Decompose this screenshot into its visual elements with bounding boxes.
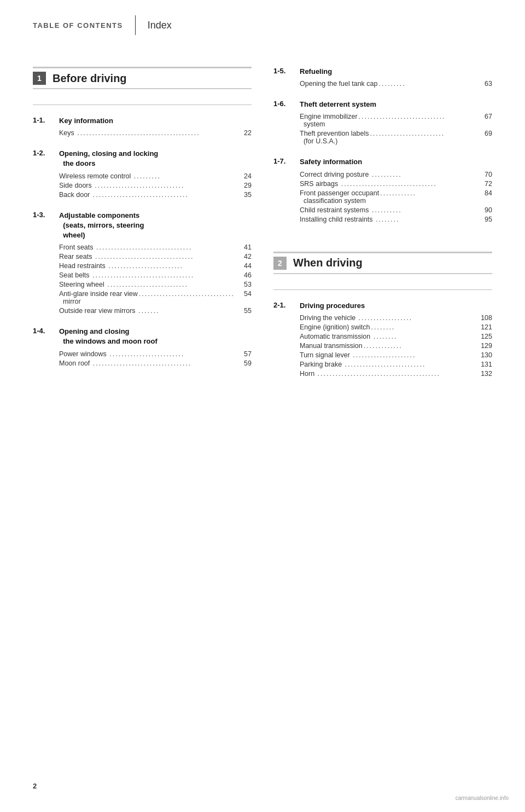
toc-label: TABLE OF CONTENTS (33, 21, 123, 30)
entry-page-horn: 132 (477, 370, 492, 378)
entries-1-6: Engine immobilizer system ..............… (273, 113, 492, 145)
entry-driving-posture: Correct driving posture .......... 70 (300, 171, 492, 178)
entry-label-driving-vehicle: Driving the vehicle (300, 314, 358, 322)
entries-1-1: Keys ...................................… (33, 129, 252, 137)
entry-page-power-windows: 57 (236, 350, 252, 358)
entry-label-back-door: Back door (59, 191, 92, 199)
entries-1-3: Front seats ............................… (33, 243, 252, 315)
section2-title: When driving (293, 257, 363, 269)
entry-label-immobilizer: Engine immobilizer system (300, 113, 358, 128)
entry-child-restraint: Child restraint systems .......... 90 (300, 206, 492, 214)
entry-dots-srs-airbags: ................................ (341, 180, 476, 188)
entry-wireless: Wireless remote control ......... 24 (59, 172, 252, 180)
section2-number: 2 (273, 257, 287, 270)
subsection-1-4: 1-4. Opening and closing the windows and… (33, 327, 252, 367)
sub-num-1-1: 1-1. (33, 116, 59, 124)
sub-title-2-1: Driving procedures (300, 301, 365, 311)
entry-label-anti-glare: Anti-glare inside rear view mirror (59, 290, 138, 305)
sub-num-1-4: 1-4. (33, 327, 59, 335)
entry-page-side-doors: 29 (236, 182, 252, 189)
entries-1-5: Opening the fuel tank cap ......... 63 (273, 80, 492, 88)
entry-label-front-passenger: Front passenger occupant classification … (300, 189, 379, 205)
entry-dots-side-doors: .............................. (95, 182, 235, 189)
entry-dots-immobilizer: ............................. (359, 113, 476, 120)
entry-label-auto-transmission: Automatic transmission (300, 333, 372, 340)
entry-dots-wireless: ......... (134, 172, 235, 180)
entry-dots-installing-restraints: ........ (376, 216, 476, 223)
entry-label-fuel-cap: Opening the fuel tank cap (300, 80, 377, 88)
entry-page-outside-mirrors: 55 (236, 307, 252, 315)
entries-1-4: Power windows ......................... … (33, 350, 252, 367)
sub-num-1-6: 1-6. (273, 100, 300, 108)
entry-ignition-switch: Engine (ignition) switch ........ 121 (300, 323, 492, 331)
entry-dots-turn-signal: ..................... (353, 351, 476, 359)
sub-title-1-6: Theft deterrent system (300, 100, 376, 109)
entry-dots-power-windows: ......................... (109, 350, 235, 358)
entry-dots-driving-vehicle: .................. (359, 314, 476, 322)
page-container: TABLE OF CONTENTS Index 1 Before driving… (0, 0, 525, 812)
entry-page-installing-restraints: 95 (477, 216, 492, 223)
entry-label-horn: Horn (300, 370, 317, 378)
entry-page-anti-glare: 54 (236, 290, 252, 298)
entry-label-front-seats: Front seats (59, 243, 95, 251)
entry-head-restraints: Head restraints ........................… (59, 262, 252, 270)
entry-rear-seats: Rear seats .............................… (59, 253, 252, 260)
entry-page-wireless: 24 (236, 172, 252, 180)
entry-label-outside-mirrors: Outside rear view mirrors (59, 307, 137, 315)
entry-page-child-restraint: 90 (477, 206, 492, 214)
sub-num-2-1: 2-1. (273, 301, 300, 309)
left-column: 1 Before driving 1-1. Key information Ke… (33, 61, 252, 390)
entry-dots-manual-transmission: ............. (364, 342, 476, 350)
entry-label-ignition-switch: Engine (ignition) switch (300, 323, 370, 331)
sub-num-1-2: 1-2. (33, 149, 59, 157)
entry-label-installing-restraints: Installing child restraints (300, 216, 375, 223)
sub-num-1-3: 1-3. (33, 211, 59, 219)
entry-page-parking-brake: 131 (477, 361, 492, 368)
entry-label-power-windows: Power windows (59, 350, 108, 358)
subsection-1-6: 1-6. Theft deterrent system Engine immob… (273, 100, 492, 145)
subsection-1-5: 1-5. Refueling Opening the fuel tank cap… (273, 67, 492, 88)
entry-page-seat-belts: 46 (236, 271, 252, 279)
sub-title-1-5: Refueling (300, 67, 332, 77)
entry-dots-horn: ........................................… (318, 370, 476, 378)
entry-driving-vehicle: Driving the vehicle .................. 1… (300, 314, 492, 322)
entries-1-7: Correct driving posture .......... 70 SR… (273, 171, 492, 223)
sub-title-1-4: Opening and closing the windows and moon… (59, 327, 158, 346)
entry-page-manual-transmission: 129 (477, 342, 492, 350)
section1-header: 1 Before driving (33, 67, 252, 89)
watermark: carmanualsonline.info (456, 795, 509, 801)
entry-immobilizer: Engine immobilizer system ..............… (300, 113, 492, 128)
entry-label-theft-labels: Theft prevention labels (for U.S.A.) (300, 130, 369, 145)
entry-parking-brake: Parking brake ..........................… (300, 361, 492, 368)
entry-label-rear-seats: Rear seats (59, 253, 94, 260)
entry-page-driving-posture: 70 (477, 171, 492, 178)
entry-label-side-doors: Side doors (59, 182, 94, 189)
sub-title-1-1: Key information (59, 116, 113, 126)
entry-page-ignition-switch: 121 (477, 323, 492, 331)
entry-page-rear-seats: 42 (236, 253, 252, 260)
entry-page-head-restraints: 44 (236, 262, 252, 270)
sub-title-1-3: Adjustable components (seats, mirrors, s… (59, 211, 144, 241)
entry-front-seats: Front seats ............................… (59, 243, 252, 251)
entry-dots-driving-posture: .......... (372, 171, 476, 178)
entry-page-keys: 22 (236, 129, 252, 137)
entry-label-steering-wheel: Steering wheel (59, 281, 106, 288)
entry-auto-transmission: Automatic transmission ........ 125 (300, 333, 492, 340)
entry-page-front-passenger: 84 (477, 189, 492, 197)
page-number: 2 (33, 782, 37, 790)
entry-dots-rear-seats: ................................. (95, 253, 235, 260)
entry-page-fuel-cap: 63 (477, 80, 492, 88)
entry-steering-wheel: Steering wheel .........................… (59, 281, 252, 288)
entry-page-driving-vehicle: 108 (477, 314, 492, 322)
entry-page-steering-wheel: 53 (236, 281, 252, 288)
index-label: Index (148, 20, 172, 31)
entry-label-srs-airbags: SRS airbags (300, 180, 340, 188)
entry-label-turn-signal: Turn signal lever (300, 351, 352, 359)
entry-label-head-restraints: Head restraints (59, 262, 107, 270)
entry-page-moon-roof: 59 (236, 359, 252, 367)
entry-theft-labels: Theft prevention labels (for U.S.A.) ...… (300, 130, 492, 145)
entry-page-srs-airbags: 72 (477, 180, 492, 188)
right-column: 1-5. Refueling Opening the fuel tank cap… (273, 61, 492, 390)
sub-num-1-7: 1-7. (273, 157, 300, 165)
entry-label-moon-roof: Moon roof (59, 359, 92, 367)
